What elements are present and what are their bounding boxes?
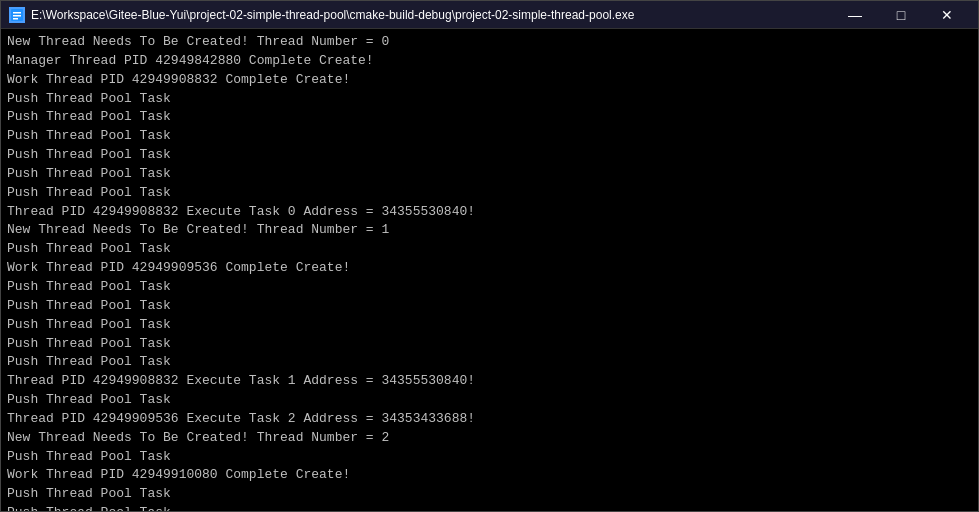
svg-rect-1 [13,12,21,14]
console-line: New Thread Needs To Be Created! Thread N… [7,221,972,240]
console-line: Push Thread Pool Task [7,504,972,511]
console-line: Push Thread Pool Task [7,240,972,259]
close-button[interactable]: ✕ [924,1,970,29]
console-line: Work Thread PID 42949910080 Complete Cre… [7,466,972,485]
console-line: New Thread Needs To Be Created! Thread N… [7,33,972,52]
console-line: Thread PID 42949908832 Execute Task 1 Ad… [7,372,972,391]
console-line: Push Thread Pool Task [7,391,972,410]
console-line: Push Thread Pool Task [7,297,972,316]
console-line: Push Thread Pool Task [7,165,972,184]
console-line: Push Thread Pool Task [7,335,972,354]
console-line: Push Thread Pool Task [7,127,972,146]
console-line: Push Thread Pool Task [7,485,972,504]
console-line: Work Thread PID 42949908832 Complete Cre… [7,71,972,90]
console-line: Push Thread Pool Task [7,353,972,372]
console-line: Push Thread Pool Task [7,278,972,297]
title-bar-text: E:\Workspace\Gitee-Blue-Yui\project-02-s… [31,8,634,22]
minimize-button[interactable]: — [832,1,878,29]
window: E:\Workspace\Gitee-Blue-Yui\project-02-s… [0,0,979,512]
console-output: New Thread Needs To Be Created! Thread N… [1,29,978,511]
console-line: Push Thread Pool Task [7,184,972,203]
console-line: Work Thread PID 42949909536 Complete Cre… [7,259,972,278]
console-line: New Thread Needs To Be Created! Thread N… [7,429,972,448]
console-line: Thread PID 42949909536 Execute Task 2 Ad… [7,410,972,429]
console-line: Push Thread Pool Task [7,448,972,467]
title-bar-controls: — □ ✕ [832,1,970,29]
console-line: Push Thread Pool Task [7,146,972,165]
app-icon [9,7,25,23]
svg-rect-2 [13,15,21,17]
console-line: Push Thread Pool Task [7,90,972,109]
console-line: Push Thread Pool Task [7,108,972,127]
console-line: Thread PID 42949908832 Execute Task 0 Ad… [7,203,972,222]
title-bar: E:\Workspace\Gitee-Blue-Yui\project-02-s… [1,1,978,29]
console-line: Manager Thread PID 42949842880 Complete … [7,52,972,71]
svg-rect-3 [13,18,18,20]
title-bar-left: E:\Workspace\Gitee-Blue-Yui\project-02-s… [9,7,634,23]
console-line: Push Thread Pool Task [7,316,972,335]
maximize-button[interactable]: □ [878,1,924,29]
